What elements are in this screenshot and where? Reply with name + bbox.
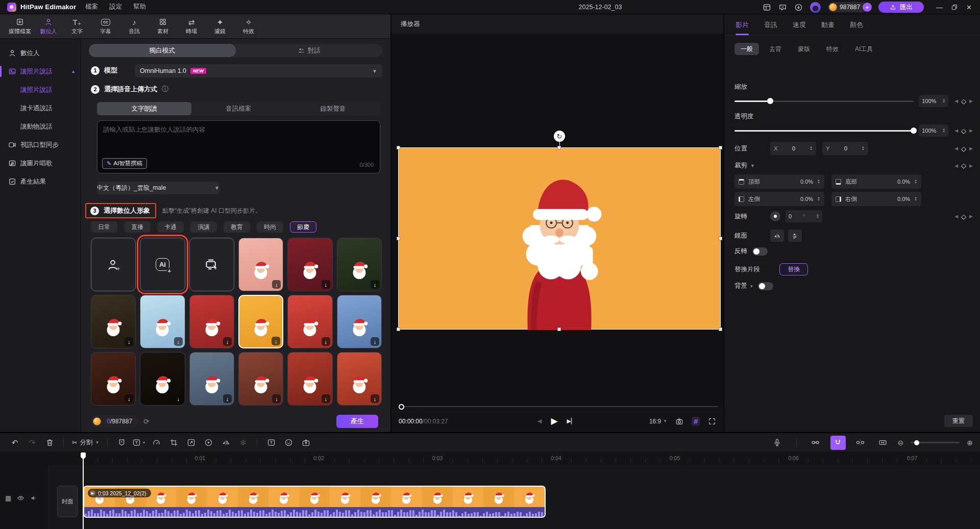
player-seek-bar[interactable] [391, 403, 723, 410]
sidebar-item-7[interactable]: 產生結果 [0, 172, 81, 191]
resize-handle-nw[interactable] [397, 146, 400, 149]
crop-field-3[interactable]: 右側0.0%▲▼ [831, 192, 921, 206]
properties-subtab-0[interactable]: 一般 [734, 43, 759, 55]
mirror-tool-icon[interactable] [218, 436, 233, 450]
download-badge-icon[interactable]: ↓ [174, 337, 183, 346]
download-badge-icon[interactable]: ↓ [322, 280, 330, 289]
flip-horizontal-button[interactable] [770, 230, 784, 242]
category-pill-0[interactable]: 日常 [91, 221, 117, 233]
play-speed-icon[interactable] [201, 436, 216, 450]
avatar-card[interactable]: ↓ [337, 238, 382, 291]
script-textarea[interactable]: 請輸入或貼上您讓數位人說話的內容 ✎ AI智慧撰稿 0/300 [97, 120, 380, 173]
redo-button[interactable]: ↷ [24, 436, 40, 450]
resize-handle-ne[interactable] [719, 146, 722, 149]
sidebar-item-0[interactable]: 數位人 [0, 44, 81, 62]
zoom-in-icon[interactable]: ⊕ [967, 439, 973, 447]
properties-subtab-2[interactable]: 蒙版 [792, 43, 816, 55]
reset-button[interactable]: 重置 [944, 415, 973, 427]
avatar-card[interactable]: ↓ [91, 352, 136, 406]
aspect-ratio-select[interactable]: 16:9▼ [649, 418, 667, 425]
menu-help[interactable]: 幫助 [133, 3, 146, 11]
add-credits-button[interactable]: ＋ [863, 3, 872, 12]
speed-tool-icon[interactable] [149, 436, 164, 450]
export-button[interactable]: 匯出 [878, 2, 924, 13]
play-button[interactable]: ▶ [551, 416, 557, 426]
download-badge-icon[interactable]: ↓ [322, 337, 330, 346]
track-visibility-icon[interactable] [17, 494, 24, 502]
voice-tab-2[interactable]: 錄製聲音 [286, 102, 380, 115]
background-toggle[interactable] [758, 282, 773, 290]
preview-canvas[interactable]: ↻ [391, 35, 723, 407]
ribbon-item-filter[interactable]: ✦濾鏡 [207, 18, 233, 35]
sidebar-item-1[interactable]: 讓照片說話▲ [0, 62, 81, 81]
download-badge-icon[interactable]: ↓ [371, 337, 379, 346]
properties-tab-1[interactable]: 音訊 [764, 20, 777, 35]
position-x-input[interactable]: X0▲▼ [770, 142, 816, 155]
ribbon-item-assets[interactable]: 素材 [150, 18, 176, 35]
replace-button[interactable]: 替換 [779, 263, 808, 275]
avatar-card[interactable]: ↓ [140, 352, 185, 406]
resize-handle-w[interactable] [397, 237, 400, 240]
scale-keyframe-controls[interactable]: ◀◇▶ [954, 97, 973, 105]
mode-tab-1[interactable]: 對話 [236, 44, 383, 57]
marker-tool-icon[interactable] [114, 436, 129, 450]
link-clips-icon[interactable] [808, 436, 823, 450]
category-pill-6[interactable]: 節慶 [290, 221, 316, 233]
scale-tool-icon[interactable] [183, 436, 199, 450]
user-avatar[interactable] [810, 2, 821, 13]
resize-handle-sw[interactable] [397, 328, 400, 331]
model-select[interactable]: OmniHuman 1.0 NEW ▼ [135, 64, 382, 78]
layout-icon[interactable] [763, 3, 771, 12]
sidebar-item-2[interactable]: 讓照片說話 [0, 81, 81, 99]
avatar-card[interactable]: ↓ [238, 352, 283, 406]
grid-overlay-icon[interactable]: # [692, 417, 700, 426]
menu-file[interactable]: 檔案 [85, 3, 98, 11]
info-icon[interactable]: ⓘ [162, 85, 168, 94]
resize-handle-s[interactable] [557, 328, 561, 331]
avatar-card[interactable]: ↓ [287, 238, 332, 291]
sidebar-item-6[interactable]: 讓圖片唱歌 [0, 154, 81, 172]
position-y-input[interactable]: Y0▲▼ [822, 142, 868, 155]
ai-script-button[interactable]: ✎ AI智慧撰稿 [102, 158, 147, 169]
record-tool-icon[interactable] [298, 436, 313, 450]
properties-tab-4[interactable]: 顏色 [850, 20, 863, 35]
ribbon-item-subtitle[interactable]: cc字幕 [93, 18, 118, 35]
resize-handle-n[interactable] [557, 146, 561, 149]
voice-tab-0[interactable]: 文字朗讀 [97, 102, 191, 115]
crop-field-0[interactable]: 頂部0.0%▲▼ [734, 174, 824, 189]
position-keyframe-controls[interactable]: ◀◇▶ [954, 145, 973, 153]
download-badge-icon[interactable]: ↓ [272, 394, 281, 403]
avatar-card[interactable]: ↓ [238, 238, 283, 291]
restore-button[interactable] [951, 4, 958, 11]
ribbon-item-text[interactable]: T₊文字 [64, 18, 90, 35]
properties-subtab-1[interactable]: 去背 [763, 43, 788, 55]
download-badge-icon[interactable]: ↓ [223, 337, 232, 346]
flip-vertical-button[interactable] [788, 230, 802, 242]
voice-select[interactable]: 中文（粵語）_雲龍_male ▼ [97, 182, 219, 194]
ribbon-item-audio[interactable]: ♪音訊 [121, 18, 147, 35]
category-pill-1[interactable]: 直播 [124, 221, 151, 233]
download-icon[interactable] [794, 3, 803, 12]
avatar-card[interactable]: ↓ [287, 295, 332, 348]
avatar-card[interactable]: ↓ [91, 295, 136, 348]
rotate-dial[interactable] [770, 211, 780, 221]
avatar-card[interactable]: ↓ [287, 352, 332, 406]
video-frame[interactable]: ↻ [398, 147, 721, 330]
crop-keyframe-controls[interactable]: ◀◇▶ [954, 162, 973, 169]
properties-tab-0[interactable]: 影片 [736, 20, 749, 35]
ribbon-item-digital-human[interactable]: 數位人 [36, 18, 61, 35]
split-button[interactable]: ✂ 分割 ▼ [70, 438, 101, 447]
chevron-down-icon[interactable]: ▼ [750, 163, 755, 168]
category-pill-3[interactable]: 演講 [190, 221, 217, 233]
menu-settings[interactable]: 設定 [109, 3, 122, 11]
avatar-card[interactable]: ↓ [337, 295, 382, 348]
download-badge-icon[interactable]: ↓ [125, 394, 133, 403]
sidebar-item-5[interactable]: 視訊口型同步 [0, 136, 81, 154]
rotate-handle[interactable]: ↻ [554, 131, 565, 142]
avatar-card-drag[interactable] [189, 238, 234, 291]
download-badge-icon[interactable]: ↓ [174, 394, 183, 403]
sticker-tool-icon[interactable] [281, 436, 296, 450]
category-pill-2[interactable]: 卡通 [157, 221, 184, 233]
avatar-card-add[interactable]: ＋ [91, 238, 136, 291]
ribbon-item-effects[interactable]: ✧特效 [236, 18, 261, 35]
